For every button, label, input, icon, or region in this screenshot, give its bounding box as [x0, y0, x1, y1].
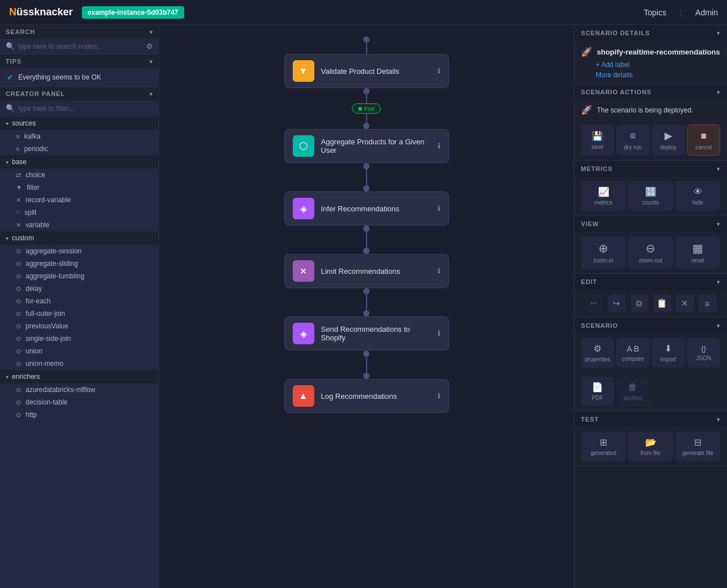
category-base[interactable]: ▾ base [0, 155, 159, 169]
base-label: base [12, 158, 27, 166]
node-http[interactable]: ⊙ http [0, 408, 159, 421]
redo-icon: ↪ [613, 298, 620, 308]
log-label: Log Recommendations [321, 392, 397, 401]
true-label: true [364, 105, 375, 112]
hide-button[interactable]: 👁 hide [675, 181, 720, 211]
category-sources[interactable]: ▾ sources [0, 116, 159, 130]
deploy-msg-row: 🚀 The scenario is being deployed. [574, 100, 727, 120]
node-aggregate-products[interactable]: ⬡ Aggregate Products for a Given User ℹ [284, 129, 449, 163]
node-azuredatabricks[interactable]: ⊙ azuredatabricks-mlflow [0, 383, 159, 396]
union-memo-icon: ⊙ [16, 360, 21, 368]
pdf-label: PDF [592, 395, 603, 401]
custom-arrow: ▾ [6, 235, 9, 241]
redo-button[interactable]: ↪ [608, 294, 626, 312]
category-custom[interactable]: ▾ custom [0, 231, 159, 245]
validate-info-icon[interactable]: ℹ [438, 67, 441, 75]
top-dot [363, 36, 369, 43]
send-info-icon[interactable]: ℹ [438, 330, 441, 337]
add-label-link[interactable]: + Add label [574, 60, 727, 70]
node-kafka[interactable]: ≡ kafka [0, 130, 159, 143]
node-union[interactable]: ⊙ union [0, 345, 159, 357]
creator-filter-input[interactable] [18, 105, 153, 112]
infer-info-icon[interactable]: ℹ [438, 205, 441, 212]
node-periodic[interactable]: ≡ periodic [0, 143, 159, 155]
node-record-variable[interactable]: ✕ record-variable [0, 194, 159, 206]
aggregate-info-icon[interactable]: ℹ [438, 142, 441, 150]
generated-button[interactable]: ⊞ generated [581, 432, 626, 461]
undo-button[interactable]: ↩ [585, 294, 603, 312]
zoom-in-button[interactable]: ⊕ zoom-in [581, 236, 626, 269]
search-input[interactable] [18, 43, 143, 51]
admin-link[interactable]: Admin [695, 8, 718, 17]
save-button[interactable]: 💾 save [581, 124, 614, 156]
search-section: SEARCH ▾ 🔍 ⚙ [0, 25, 159, 55]
canvas[interactable]: ▼ Validate Product Details ℹ true ⬡ [159, 25, 574, 588]
cancel-button[interactable]: ■ cancel [687, 124, 720, 156]
node-filter[interactable]: ▼ filter [0, 181, 159, 194]
single-side-join-label: single-side-join [26, 335, 71, 343]
log-info-icon[interactable]: ℹ [438, 392, 441, 400]
filter-icon[interactable]: ⚙ [146, 42, 153, 51]
full-outer-join-label: full-outer-join [26, 310, 65, 318]
node-delay[interactable]: ⊙ delay [0, 282, 159, 295]
from-file-button[interactable]: 📂 from file [628, 432, 673, 461]
conn2-dot [363, 163, 369, 169]
logo: Nüssknacker [9, 6, 73, 18]
aggregate-tumbling-label: aggregate-tumbling [26, 272, 84, 280]
reset-button[interactable]: ▦ reset [675, 236, 720, 269]
dry-run-button[interactable]: ≡ dry run [616, 124, 649, 156]
node-single-side-join[interactable]: ⊙ single-side-join [0, 332, 159, 345]
paste-icon: 📋 [657, 298, 667, 308]
node-send-recommendations[interactable]: ◈ Send Recommendations to Shopify ℹ [284, 316, 449, 351]
compare-label: compare [622, 356, 644, 362]
archive-button[interactable]: 🗑 archive [616, 377, 649, 406]
hide-label: hide [692, 199, 703, 206]
node-infer-recommendations[interactable]: ◈ Infer Recommendations ℹ [284, 191, 449, 226]
node-limit-recommendations[interactable]: ✕ Limit Recommendations ℹ [284, 254, 449, 288]
instance-badge[interactable]: example-instance-5d03b747 [82, 6, 184, 19]
view-label: VIEW [581, 220, 599, 227]
record-variable-icon: ✕ [16, 197, 21, 204]
choice-label: choice [26, 171, 45, 179]
conn5-dot [363, 351, 369, 357]
node-full-outer-join[interactable]: ⊙ full-outer-join [0, 307, 159, 320]
compare-button[interactable]: A B compare [616, 338, 649, 368]
test-buttons-grid: ⊞ generated 📂 from file ⊟ generate file [574, 427, 727, 466]
paste-button[interactable]: 📋 [653, 294, 671, 312]
generate-file-button[interactable]: ⊟ generate file [675, 432, 720, 461]
periodic-label: periodic [24, 145, 48, 153]
node-aggregate-sliding[interactable]: ⊙ aggregate-sliding [0, 257, 159, 270]
copy-button[interactable]: ⧉ [630, 294, 649, 312]
import-button[interactable]: ⬇ import [652, 338, 685, 368]
pdf-button[interactable]: 📄 PDF [581, 377, 614, 406]
more-details-link[interactable]: More details [574, 70, 727, 84]
node-decision-table[interactable]: ⊙ decision-table [0, 396, 159, 408]
node-union-memo[interactable]: ⊙ union-memo [0, 357, 159, 370]
scenario-section-header: SCENARIO ▾ [574, 318, 727, 333]
generate-file-icon: ⊟ [694, 437, 701, 448]
search-row: 🔍 ⚙ [0, 39, 159, 54]
counts-button[interactable]: 🔢 counts [628, 181, 673, 211]
node-previousvalue[interactable]: ⊙ previousValue [0, 320, 159, 332]
topics-link[interactable]: Topics [644, 8, 667, 17]
limit-label: Limit Recommendations [321, 267, 400, 276]
kafka-label: kafka [24, 132, 40, 140]
category-enrichers[interactable]: ▾ enrichers [0, 370, 159, 383]
deploy-button[interactable]: ▶ deploy [652, 124, 685, 156]
delete-button[interactable]: ✕ [676, 294, 694, 312]
node-aggregate-tumbling[interactable]: ⊙ aggregate-tumbling [0, 270, 159, 282]
node-log-recommendations[interactable]: ▲ Log Recommendations ℹ [284, 379, 449, 413]
node-aggregate-session[interactable]: ⊙ aggregate-session [0, 245, 159, 257]
more-button[interactable]: ≡ [699, 294, 717, 312]
node-choice[interactable]: ⇄ choice [0, 169, 159, 181]
zoom-out-button[interactable]: ⊖ zoom-out [628, 236, 673, 269]
deploy-msg: The scenario is being deployed. [597, 106, 693, 114]
metrics-button[interactable]: 📈 metrics [581, 181, 626, 211]
limit-info-icon[interactable]: ℹ [438, 267, 441, 275]
node-validate-product-details[interactable]: ▼ Validate Product Details ℹ [284, 54, 449, 88]
node-split[interactable]: ⑂ split [0, 206, 159, 219]
json-button[interactable]: {} JSON [687, 338, 720, 368]
node-variable[interactable]: ✕ variable [0, 219, 159, 231]
properties-button[interactable]: ⚙ properties [581, 338, 614, 368]
node-for-each[interactable]: ⊙ for-each [0, 295, 159, 307]
